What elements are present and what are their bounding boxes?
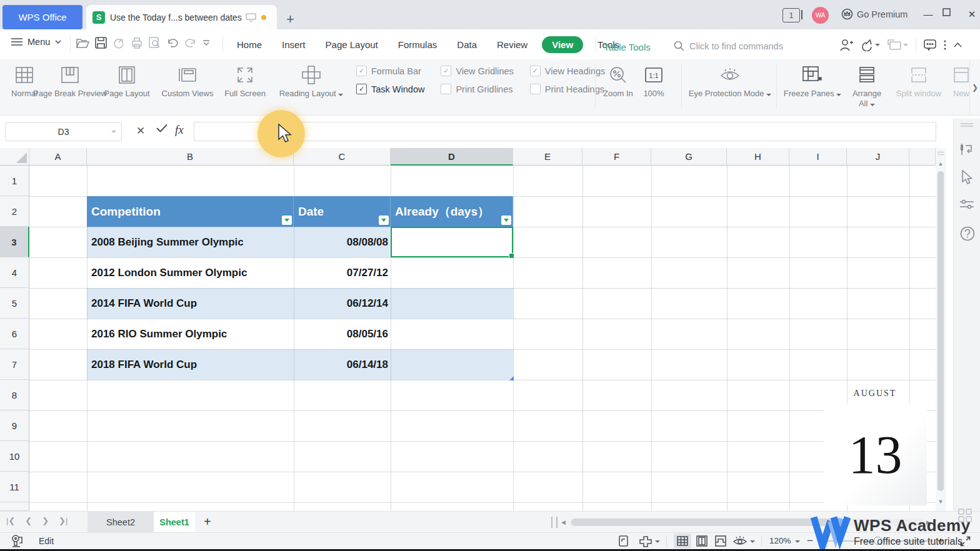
page-break-preview-button[interactable]: Page Break Preview xyxy=(44,64,96,99)
table-cell[interactable]: 06/14/18 xyxy=(294,349,391,380)
fx-label[interactable]: fx xyxy=(175,123,184,137)
eye-protection-toggle-icon[interactable] xyxy=(732,535,748,547)
first-sheet-icon[interactable]: |❮ xyxy=(6,516,15,525)
spreadsheet-grid[interactable]: ABCDEFGHIJ 1234567891011 CompetitionDate… xyxy=(0,148,936,511)
row-header-10[interactable]: 10 xyxy=(0,441,29,472)
invite-user-icon[interactable] xyxy=(840,39,853,51)
scroll-down-icon[interactable]: ▼ xyxy=(938,499,944,505)
table-cell[interactable]: 08/08/08 xyxy=(294,227,391,257)
help-icon[interactable] xyxy=(960,226,975,241)
ribbon-expand-button[interactable]: ❯ xyxy=(969,59,980,115)
hsplit-handle[interactable] xyxy=(551,517,558,528)
vscroll-thumb[interactable] xyxy=(938,171,944,491)
row-header-3[interactable]: 3 xyxy=(0,227,29,257)
filter-dropdown-button[interactable] xyxy=(379,216,389,225)
freeze-panes-button[interactable]: Freeze Panes xyxy=(782,64,842,99)
menu-tab-home[interactable]: Home xyxy=(231,36,268,53)
save-icon[interactable] xyxy=(95,37,107,49)
scroll-up-icon[interactable]: ▲ xyxy=(938,161,944,167)
cancel-entry-button[interactable]: ✕ xyxy=(136,124,145,137)
page-layout-toggle-icon[interactable] xyxy=(696,535,708,547)
column-header-C[interactable]: C xyxy=(294,148,391,166)
eye-protection-button[interactable]: Eye Protection Mode xyxy=(686,64,774,99)
process-flow-icon[interactable] xyxy=(960,142,974,156)
table-cell[interactable]: 2018 FIFA World Cup xyxy=(87,349,294,380)
page-clock-icon[interactable] xyxy=(619,535,629,547)
last-sheet-icon[interactable]: ❯| xyxy=(59,516,68,525)
menu-tab-page-layout[interactable]: Page Layout xyxy=(320,36,384,53)
zoom-caret[interactable] xyxy=(795,540,800,543)
command-search[interactable]: Click to find commands xyxy=(674,41,783,51)
redo-icon[interactable] xyxy=(184,37,197,48)
row-header-11[interactable]: 11 xyxy=(0,472,29,502)
hscroll-left-icon[interactable]: ◀ xyxy=(561,519,566,526)
next-sheet-icon[interactable]: ❯ xyxy=(42,516,49,525)
column-header-E[interactable]: E xyxy=(513,148,582,166)
kebab-menu-icon[interactable] xyxy=(944,40,946,50)
checkbox-view-headings[interactable]: ✓View Headings xyxy=(530,66,605,76)
menu-tab-view[interactable]: View xyxy=(542,36,583,53)
column-header-A[interactable]: A xyxy=(29,148,87,166)
select-all-corner[interactable] xyxy=(0,148,29,166)
filter-dropdown-button[interactable] xyxy=(282,216,292,225)
comment-icon[interactable] xyxy=(924,39,936,51)
export-pdf-icon[interactable] xyxy=(112,37,125,49)
menu-tab-data[interactable]: Data xyxy=(451,36,482,53)
row-header-4[interactable]: 4 xyxy=(0,257,29,288)
selected-cell-D3[interactable] xyxy=(391,227,513,257)
column-header-I[interactable]: I xyxy=(789,148,847,166)
name-box[interactable]: D3 xyxy=(5,122,122,141)
add-sheet-button[interactable]: + xyxy=(204,515,211,529)
toolbar-more-icon[interactable] xyxy=(202,40,210,46)
open-file-icon[interactable] xyxy=(76,37,89,49)
confirm-entry-button[interactable] xyxy=(156,124,168,132)
row-header-6[interactable]: 6 xyxy=(0,319,29,349)
table-cell[interactable]: 2016 RIO Summer Olympic xyxy=(87,319,294,349)
sheet-tab-sheet2[interactable]: Sheet2 xyxy=(88,512,154,532)
settings-sliders-icon[interactable] xyxy=(960,199,974,210)
zoom-100-button[interactable]: 1:1 100% xyxy=(638,64,669,99)
vsplit-handle[interactable] xyxy=(938,152,944,155)
row-header-2[interactable]: 2 xyxy=(0,196,29,227)
undo-icon[interactable] xyxy=(166,37,179,48)
full-screen-button[interactable]: Full Screen xyxy=(216,64,274,99)
row-header-5[interactable]: 5 xyxy=(0,288,29,319)
checkbox-formula-bar[interactable]: ✓Formula Bar xyxy=(356,66,424,76)
menu-tab-review[interactable]: Review xyxy=(491,36,533,53)
filter-dropdown-button[interactable] xyxy=(501,216,511,225)
dropdown-caret[interactable] xyxy=(655,540,660,543)
menu-tab-insert[interactable]: Insert xyxy=(276,36,311,53)
dropdown-caret[interactable] xyxy=(750,540,755,543)
row-header-7[interactable]: 7 xyxy=(0,349,29,380)
collapse-ribbon-icon[interactable] xyxy=(954,42,962,47)
print-icon[interactable] xyxy=(131,37,143,49)
arrange-all-button[interactable]: ArrangeAll xyxy=(845,64,889,109)
reading-layout-toggle-icon[interactable] xyxy=(639,535,652,548)
window-switch-button[interactable]: 1 xyxy=(782,8,800,22)
page-layout-button[interactable]: Page Layout xyxy=(98,64,156,99)
column-header-B[interactable]: B xyxy=(87,148,294,166)
reading-layout-button[interactable]: Reading Layout xyxy=(272,64,350,99)
column-header-F[interactable]: F xyxy=(582,148,651,166)
column-header-G[interactable]: G xyxy=(651,148,727,166)
formula-input[interactable] xyxy=(194,122,936,141)
fill-handle[interactable] xyxy=(509,253,514,259)
table-cell[interactable]: 07/27/12 xyxy=(294,257,391,288)
zoom-level-label[interactable]: 120% xyxy=(769,536,791,545)
menu-button[interactable]: Menu xyxy=(11,37,61,47)
table-resize-handle[interactable] xyxy=(509,376,514,380)
checkbox-view-gridlines[interactable]: ✓View Gridlines xyxy=(441,66,513,76)
vertical-scrollbar[interactable]: ▲ ▼ xyxy=(936,148,946,511)
column-header-H[interactable]: H xyxy=(727,148,789,166)
prev-sheet-icon[interactable]: ❮ xyxy=(25,516,32,525)
menu-tab-formulas[interactable]: Formulas xyxy=(392,36,443,53)
normal-view-toggle[interactable] xyxy=(674,534,691,549)
column-header-J[interactable]: J xyxy=(847,148,909,166)
table-cell[interactable]: 08/05/16 xyxy=(294,319,391,349)
row-header-1[interactable]: 1 xyxy=(0,166,29,196)
share-button[interactable] xyxy=(861,39,880,51)
page-break-toggle-icon[interactable] xyxy=(715,535,726,547)
row-header-8[interactable]: 8 xyxy=(0,380,29,410)
print-preview-icon[interactable] xyxy=(149,37,161,49)
panel-drag-handle-icon[interactable] xyxy=(961,122,973,127)
